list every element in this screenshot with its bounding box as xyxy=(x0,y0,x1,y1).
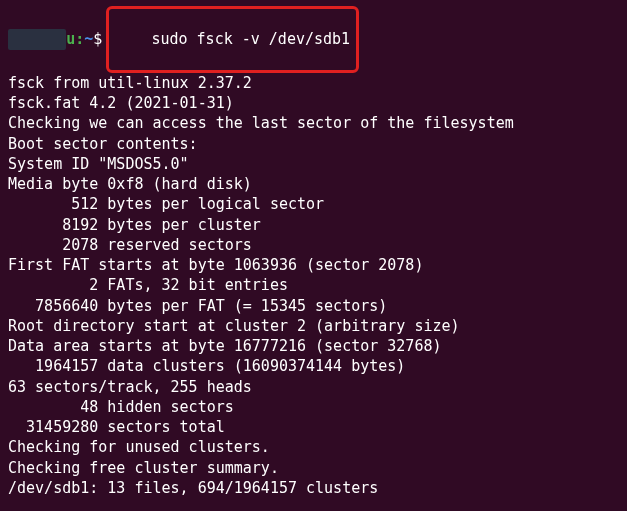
prompt-path: ~ xyxy=(84,29,93,49)
output-line: /dev/sdb1: 13 files, 694/1964157 cluster… xyxy=(8,478,619,498)
prompt-line[interactable]: u : ~ $ sudo fsck -v /dev/sdb1 xyxy=(8,6,619,73)
typed-command: sudo fsck -v /dev/sdb1 xyxy=(151,30,350,48)
output-line: Checking we can access the last sector o… xyxy=(8,113,619,133)
output-line: Media byte 0xf8 (hard disk) xyxy=(8,174,619,194)
prompt-separator: : xyxy=(75,29,84,49)
command-highlight-box: sudo fsck -v /dev/sdb1 xyxy=(106,6,359,73)
output-line: 48 hidden sectors xyxy=(8,397,619,417)
user-host-visible: u xyxy=(66,29,75,49)
output-line: Checking free cluster summary. xyxy=(8,458,619,478)
output-line: Root directory start at cluster 2 (arbit… xyxy=(8,316,619,336)
output-line: 8192 bytes per cluster xyxy=(8,215,619,235)
output-line: 512 bytes per logical sector xyxy=(8,194,619,214)
terminal-output: fsck from util-linux 2.37.2fsck.fat 4.2 … xyxy=(8,73,619,498)
output-line: 1964157 data clusters (16090374144 bytes… xyxy=(8,356,619,376)
output-line: System ID "MSDOS5.0" xyxy=(8,154,619,174)
user-host-blurred xyxy=(8,29,66,49)
output-line: fsck.fat 4.2 (2021-01-31) xyxy=(8,93,619,113)
output-line: Boot sector contents: xyxy=(8,134,619,154)
output-line: 7856640 bytes per FAT (= 15345 sectors) xyxy=(8,296,619,316)
prompt-symbol: $ xyxy=(93,29,102,49)
output-line: 31459280 sectors total xyxy=(8,417,619,437)
output-line: Checking for unused clusters. xyxy=(8,437,619,457)
output-line: 2078 reserved sectors xyxy=(8,235,619,255)
output-line: 2 FATs, 32 bit entries xyxy=(8,275,619,295)
output-line: 63 sectors/track, 255 heads xyxy=(8,377,619,397)
output-line: First FAT starts at byte 1063936 (sector… xyxy=(8,255,619,275)
output-line: Data area starts at byte 16777216 (secto… xyxy=(8,336,619,356)
output-line: fsck from util-linux 2.37.2 xyxy=(8,73,619,93)
